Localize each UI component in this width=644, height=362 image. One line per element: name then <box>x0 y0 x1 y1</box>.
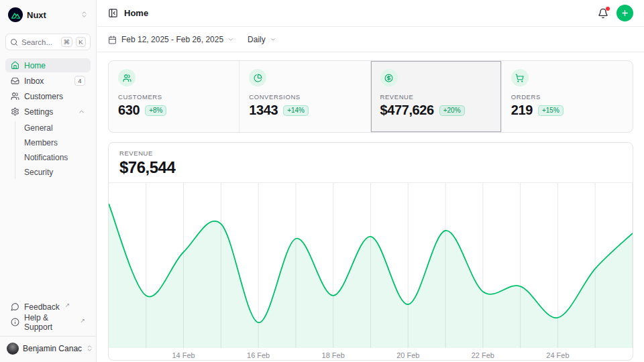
inbox-count-badge: 4 <box>74 76 85 86</box>
header-actions <box>598 5 633 21</box>
chevron-down-icon <box>270 36 276 43</box>
revenue-area-chart[interactable]: 14 Feb16 Feb18 Feb20 Feb22 Feb24 Feb <box>109 183 633 361</box>
user-name: Benjamin Canac <box>23 344 82 353</box>
stat-label: Orders <box>511 93 623 101</box>
sidebar-item-notifications[interactable]: Notifications <box>15 151 91 164</box>
sidebar-footer: Feedback ↗ Help & Support ↗ Benjamin Can… <box>5 300 91 357</box>
workspace-switcher[interactable]: Nuxt <box>5 5 91 24</box>
stat-label: Conversions <box>249 93 360 101</box>
sidebar-item-label: Inbox <box>24 76 70 86</box>
users-icon <box>11 92 19 101</box>
inbox-icon <box>11 76 19 85</box>
house-icon <box>11 61 19 70</box>
plus-icon <box>621 9 629 17</box>
filter-toolbar: Feb 12, 2025 - Feb 26, 2025 Daily <box>97 27 644 52</box>
search-box[interactable]: ⌘ K <box>5 34 91 50</box>
message-icon <box>11 302 19 311</box>
svg-text:18 Feb: 18 Feb <box>322 351 345 359</box>
pie-icon <box>249 69 266 86</box>
sidebar-item-general[interactable]: General <box>15 121 91 135</box>
sidebar: Nuxt ⌘ K Home Inbox 4 <box>0 0 97 362</box>
sidebar-item-customers[interactable]: Customers <box>5 89 91 103</box>
chart-metric-label: Revenue <box>119 149 622 157</box>
users-icon <box>118 69 136 86</box>
info-icon <box>11 318 19 326</box>
svg-text:24 Feb: 24 Feb <box>546 351 569 359</box>
notifications-button[interactable] <box>598 8 608 19</box>
svg-text:22 Feb: 22 Feb <box>472 351 494 359</box>
chart-metric-value: $76,544 <box>119 158 622 177</box>
kbd-k: K <box>76 37 86 47</box>
sidebar-nav: Home Inbox 4 Customers Settings Genera <box>5 58 91 180</box>
external-link-icon: ↗ <box>65 302 70 308</box>
main-content: Customers 630 +8% Conversions 1343 +14% … <box>97 53 644 362</box>
chevron-up-icon <box>78 108 85 115</box>
svg-text:20 Feb: 20 Feb <box>396 351 419 359</box>
svg-text:14 Feb: 14 Feb <box>172 351 195 359</box>
dollar-icon <box>380 69 398 86</box>
sidebar-item-home[interactable]: Home <box>5 58 91 72</box>
stat-card-orders[interactable]: Orders 219 +15% <box>502 61 633 132</box>
stat-value: 219 <box>511 103 533 118</box>
delta-badge: +8% <box>145 105 166 116</box>
granularity-select[interactable]: Daily <box>248 35 276 44</box>
date-range-picker[interactable]: Feb 12, 2025 - Feb 26, 2025 <box>108 35 234 44</box>
stat-card-customers[interactable]: Customers 630 +8% <box>109 61 239 132</box>
avatar <box>7 343 19 355</box>
settings-subnav: General Members Notifications Security <box>15 121 91 179</box>
sidebar-item-members[interactable]: Members <box>15 136 91 149</box>
delta-badge: +20% <box>439 105 465 116</box>
stat-value: $477,626 <box>380 103 434 118</box>
sidebar-item-label: Settings <box>24 107 73 117</box>
add-button[interactable] <box>616 5 633 21</box>
delta-badge: +15% <box>538 105 564 116</box>
cart-icon <box>511 69 529 86</box>
page-title: Home <box>124 8 148 18</box>
sidebar-item-inbox[interactable]: Inbox 4 <box>5 74 91 88</box>
search-input[interactable] <box>21 38 58 46</box>
sidebar-collapse-icon[interactable] <box>108 8 118 18</box>
feedback-label: Feedback <box>24 302 60 312</box>
nuxt-logo-icon <box>8 7 23 22</box>
chevrons-up-down-icon <box>86 343 93 355</box>
sidebar-item-label: Home <box>24 61 85 70</box>
chevrons-up-down-icon <box>80 9 88 21</box>
page-header: Home <box>97 0 644 27</box>
kbd-cmd: ⌘ <box>61 37 73 47</box>
delta-badge: +14% <box>283 105 309 116</box>
stats-row: Customers 630 +8% Conversions 1343 +14% … <box>108 60 633 133</box>
svg-text:16 Feb: 16 Feb <box>247 351 270 359</box>
workspace-name: Nuxt <box>27 10 76 20</box>
notification-dot <box>606 7 610 11</box>
sidebar-item-label: Customers <box>24 92 85 101</box>
revenue-chart-card: Revenue $76,544 14 Feb16 Feb18 Feb20 Feb… <box>108 142 633 361</box>
help-support-label: Help & Support <box>24 313 74 332</box>
chart-header: Revenue $76,544 <box>109 143 633 183</box>
user-menu[interactable]: Benjamin Canac <box>0 336 96 357</box>
stat-card-conversions[interactable]: Conversions 1343 +14% <box>239 61 370 132</box>
gear-icon <box>11 107 19 116</box>
search-icon <box>10 38 18 46</box>
feedback-link[interactable]: Feedback ↗ <box>5 300 91 314</box>
help-support-link[interactable]: Help & Support ↗ <box>5 315 91 329</box>
date-range-value: Feb 12, 2025 - Feb 26, 2025 <box>121 35 223 44</box>
stat-label: Customers <box>118 93 229 101</box>
stat-label: Revenue <box>380 93 492 101</box>
sidebar-item-settings[interactable]: Settings <box>5 105 91 119</box>
calendar-icon <box>108 36 117 44</box>
granularity-value: Daily <box>248 35 266 44</box>
stat-value: 1343 <box>249 103 278 118</box>
chevron-down-icon <box>227 36 234 43</box>
external-link-icon: ↗ <box>80 317 85 324</box>
stat-card-revenue[interactable]: Revenue $477,626 +20% <box>371 61 502 132</box>
stat-value: 630 <box>118 103 140 118</box>
sidebar-item-security[interactable]: Security <box>15 166 91 179</box>
